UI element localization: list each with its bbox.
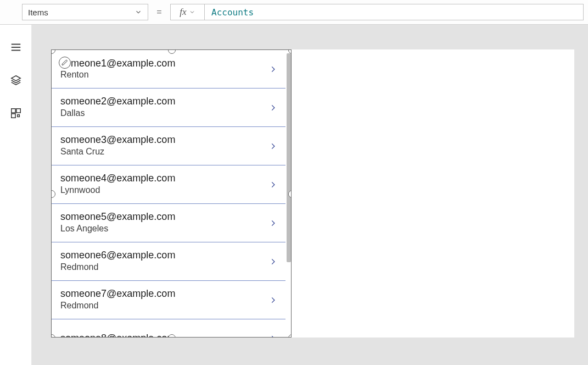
left-rail: [0, 25, 32, 365]
svg-rect-7: [17, 115, 19, 117]
list-item-subtitle: Lynnwood: [60, 185, 269, 196]
list-item[interactable]: someone5@example.com Los Angeles: [52, 204, 285, 242]
list-item[interactable]: someone6@example.com Redmond: [52, 242, 285, 281]
components-icon[interactable]: [10, 107, 22, 119]
chevron-right-icon[interactable]: [269, 63, 277, 76]
list-item-title: someone1@example.com: [60, 58, 269, 70]
list-item[interactable]: someone7@example.com Redmond: [52, 281, 285, 319]
fx-button[interactable]: fx: [170, 4, 204, 20]
list-item-title: someone3@example.com: [60, 134, 269, 146]
list-item-title: someone8@example.com: [60, 333, 269, 337]
list-item[interactable]: someone8@example.com: [52, 319, 285, 337]
pencil-icon[interactable]: [59, 57, 71, 69]
formula-input[interactable]: Accounts: [204, 4, 584, 20]
property-dropdown-label: Items: [28, 8, 48, 17]
chevron-down-icon: [189, 9, 195, 15]
scrollbar[interactable]: [287, 53, 291, 262]
list-item[interactable]: someone2@example.com Dallas: [52, 89, 285, 127]
list-item-title: someone2@example.com: [60, 96, 269, 108]
chevron-right-icon[interactable]: [269, 294, 277, 307]
list-item-subtitle: Redmond: [60, 262, 269, 273]
selection-handle[interactable]: [288, 334, 292, 338]
svg-marker-3: [11, 76, 20, 81]
list-item-subtitle: Santa Cruz: [60, 146, 269, 158]
formula-bar: Items = fx Accounts: [0, 0, 588, 25]
chevron-right-icon[interactable]: [269, 140, 277, 153]
canvas-area: someone1@example.com Renton someone2@exa…: [32, 25, 588, 365]
list-item-title: someone5@example.com: [60, 211, 269, 223]
gallery-scroll: someone1@example.com Renton someone2@exa…: [52, 50, 285, 337]
hamburger-icon[interactable]: [10, 41, 22, 53]
list-item-title: someone7@example.com: [60, 288, 269, 300]
list-item-subtitle: Redmond: [60, 300, 269, 312]
list-item-subtitle: Dallas: [60, 108, 269, 119]
list-item-subtitle: Renton: [60, 69, 269, 81]
list-item-title: someone6@example.com: [60, 250, 269, 262]
svg-rect-4: [11, 109, 15, 113]
chevron-down-icon: [135, 8, 142, 16]
list-item[interactable]: someone3@example.com Santa Cruz: [52, 127, 285, 165]
list-item-title: someone4@example.com: [60, 173, 269, 185]
svg-rect-6: [11, 114, 15, 118]
svg-rect-5: [16, 109, 20, 113]
equals-sign: =: [148, 7, 170, 17]
chevron-right-icon[interactable]: [269, 178, 277, 191]
property-dropdown[interactable]: Items: [22, 4, 148, 20]
canvas-screen[interactable]: someone1@example.com Renton someone2@exa…: [51, 49, 574, 338]
formula-text: Accounts: [211, 7, 254, 18]
chevron-right-icon[interactable]: [269, 101, 277, 114]
fx-label: fx: [180, 7, 186, 18]
chevron-right-icon[interactable]: [269, 332, 277, 338]
list-item-subtitle: Los Angeles: [60, 223, 269, 235]
gallery-control[interactable]: someone1@example.com Renton someone2@exa…: [51, 49, 292, 338]
list-item[interactable]: someone4@example.com Lynnwood: [52, 165, 285, 204]
chevron-right-icon[interactable]: [269, 255, 277, 268]
layers-icon[interactable]: [10, 74, 22, 86]
list-item[interactable]: someone1@example.com Renton: [52, 50, 285, 89]
chevron-right-icon[interactable]: [269, 217, 277, 230]
